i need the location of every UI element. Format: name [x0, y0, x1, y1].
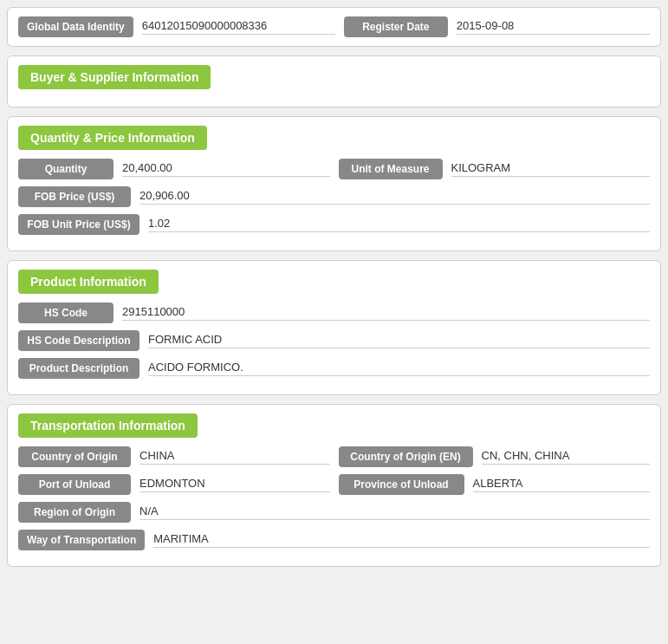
buyer-supplier-section: Buyer & Supplier Information — [7, 55, 661, 107]
fob-price-label: FOB Price (US$) — [18, 186, 131, 207]
port-unload-half: Port of Unload EDMONTON — [18, 474, 330, 495]
port-unload-row: Port of Unload EDMONTON Province of Unlo… — [18, 474, 650, 495]
fob-unit-value: 1.02 — [148, 217, 650, 232]
region-value: N/A — [139, 504, 650, 520]
quantity-value: 20,400.00 — [122, 161, 330, 177]
province-unload-label: Province of Unload — [339, 474, 464, 495]
country-origin-en-value: CN, CHN, CHINA — [482, 449, 651, 465]
quantity-price-header: Quantity & Price Information — [18, 126, 207, 150]
transportation-header: Transportation Information — [18, 413, 198, 438]
country-origin-en-half: Country of Origin (EN) CN, CHN, CHINA — [339, 446, 651, 467]
fob-unit-half: FOB Unit Price (US$) 1.02 — [18, 214, 650, 235]
register-date-value: 2015-09-08 — [457, 19, 650, 35]
country-origin-label: Country of Origin — [18, 446, 131, 467]
quantity-row: Quantity 20,400.00 Unit of Measure KILOG… — [18, 159, 650, 179]
way-transport-row: Way of Transportation MARITIMA — [18, 530, 650, 550]
prod-desc-label: Product Description — [18, 358, 139, 379]
hs-desc-label: HS Code Description — [18, 330, 139, 351]
prod-desc-value: ACIDO FORMICO. — [148, 361, 650, 376]
quantity-label: Quantity — [18, 159, 113, 179]
region-row: Region of Origin N/A — [18, 502, 650, 523]
global-identity-card: Global Data Identity 6401201509000000833… — [7, 7, 661, 47]
unit-label: Unit of Measure — [339, 159, 443, 179]
global-id-value: 64012015090000008336 — [142, 19, 335, 35]
unit-half: Unit of Measure KILOGRAM — [339, 159, 651, 179]
prod-desc-row: Product Description ACIDO FORMICO. — [18, 358, 650, 379]
fob-price-row: FOB Price (US$) 20,906.00 — [18, 186, 650, 207]
country-origin-value: CHINA — [139, 449, 330, 465]
register-date-label: Register Date — [344, 16, 448, 37]
country-origin-half: Country of Origin CHINA — [18, 446, 330, 467]
quantity-price-section: Quantity & Price Information Quantity 20… — [7, 116, 661, 251]
unit-value: KILOGRAM — [451, 161, 651, 177]
way-value: MARITIMA — [153, 532, 650, 548]
port-unload-label: Port of Unload — [18, 474, 131, 495]
hs-desc-value: FORMIC ACID — [148, 333, 650, 348]
country-origin-row: Country of Origin CHINA Country of Origi… — [18, 446, 650, 467]
transportation-section: Transportation Information Country of Or… — [7, 404, 661, 567]
fob-unit-label: FOB Unit Price (US$) — [18, 214, 139, 235]
quantity-half: Quantity 20,400.00 — [18, 159, 330, 179]
fob-price-value: 20,906.00 — [139, 189, 650, 205]
hs-code-label: HS Code — [18, 302, 113, 323]
region-label: Region of Origin — [18, 502, 131, 523]
global-id-label: Global Data Identity — [18, 16, 133, 37]
way-label: Way of Transportation — [18, 530, 145, 550]
fob-unit-row: FOB Unit Price (US$) 1.02 — [18, 214, 650, 235]
product-section: Product Information HS Code 2915110000 H… — [7, 260, 661, 395]
country-origin-en-label: Country of Origin (EN) — [339, 446, 473, 467]
hs-desc-row: HS Code Description FORMIC ACID — [18, 330, 650, 351]
fob-price-half: FOB Price (US$) 20,906.00 — [18, 186, 650, 207]
port-unload-value: EDMONTON — [139, 477, 330, 492]
buyer-supplier-header: Buyer & Supplier Information — [18, 65, 211, 89]
hs-code-row: HS Code 2915110000 — [18, 302, 650, 323]
province-unload-value: ALBERTA — [473, 477, 651, 492]
province-unload-half: Province of Unload ALBERTA — [339, 474, 651, 495]
product-header: Product Information — [18, 270, 159, 294]
hs-code-value: 2915110000 — [122, 305, 650, 321]
